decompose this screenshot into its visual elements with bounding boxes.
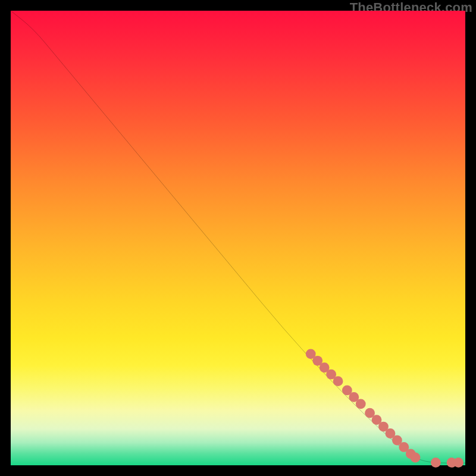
chart-stage: TheBottleneck.com [0, 0, 476, 476]
data-point [453, 458, 464, 468]
data-point [431, 458, 441, 468]
data-point [411, 453, 421, 463]
chart-svg [11, 11, 465, 465]
chart-curve [11, 11, 465, 463]
data-point [333, 376, 343, 386]
chart-points [306, 349, 464, 467]
chart-plot-area [11, 11, 465, 465]
data-point [356, 399, 366, 409]
